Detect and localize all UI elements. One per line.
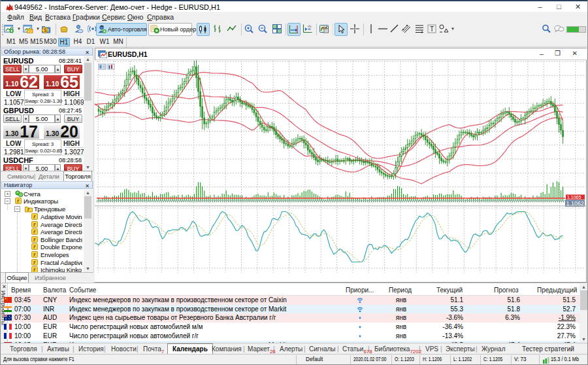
svg-text:$: $ <box>44 27 47 33</box>
svg-text:T: T <box>430 26 434 33</box>
svg-text:1.1065: 1.1065 <box>567 195 581 200</box>
